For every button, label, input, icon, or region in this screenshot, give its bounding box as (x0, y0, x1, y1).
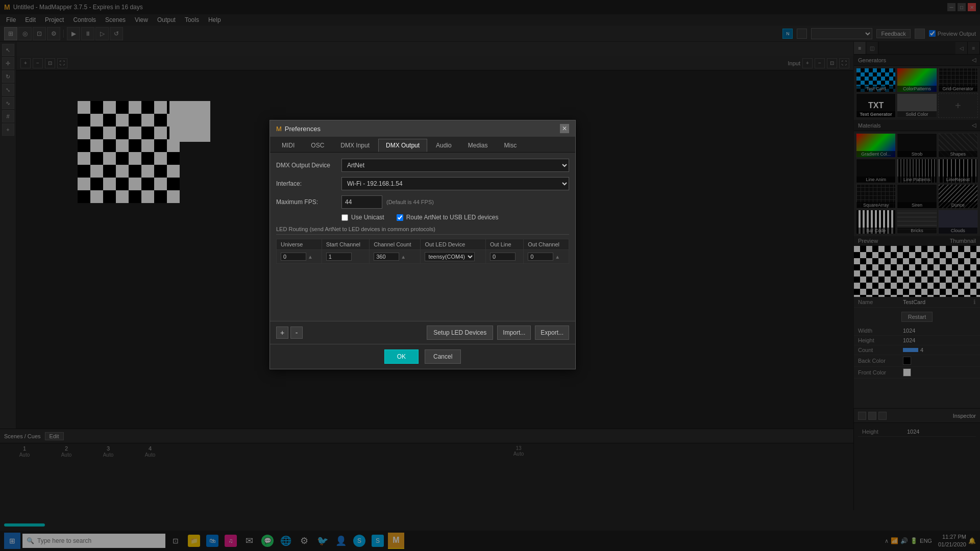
pref-app-icon: M (276, 125, 282, 133)
preferences-body: DMX Output Device ArtNet Interface: Wi-F… (270, 153, 575, 321)
col-out-led-device: Out LED Device (421, 239, 486, 250)
col-start-channel: Start Channel (322, 239, 369, 250)
channel-count-up-arrow[interactable]: ▲ (401, 254, 406, 260)
tab-midi[interactable]: MIDI (274, 139, 302, 152)
import-button[interactable]: Import... (497, 325, 531, 340)
tab-misc[interactable]: Misc (496, 139, 524, 152)
cell-channel-count-0: ▲ (370, 250, 421, 264)
pref-fps-input[interactable] (341, 195, 382, 209)
pref-device-select[interactable]: ArtNet (341, 159, 569, 172)
select-out-led-device-0[interactable]: teensy(COM4) (425, 252, 475, 261)
pref-interface-label: Interface: (276, 180, 337, 187)
input-start-channel-0[interactable] (326, 253, 352, 261)
pref-unicast-checkbox[interactable] (341, 214, 348, 221)
col-universe: Universe (277, 239, 322, 250)
col-out-channel: Out Channel (524, 239, 569, 250)
cell-out-channel-0: ▲ (524, 250, 569, 264)
pref-unicast-label[interactable]: Use Unicast (341, 214, 384, 221)
out-channel-up-arrow[interactable]: ▲ (555, 254, 560, 260)
cell-out-led-device-0: teensy(COM4) (421, 250, 486, 264)
input-channel-count-0[interactable] (374, 253, 399, 261)
preferences-close-button[interactable]: ✕ (560, 124, 569, 133)
tab-medias[interactable]: Medias (460, 139, 496, 152)
preferences-bottom-bar: + - Setup LED Devices Import... Export..… (270, 321, 575, 344)
pref-interface-select[interactable]: Wi-Fi - 192.168.1.54 (341, 177, 569, 190)
tab-audio[interactable]: Audio (428, 139, 459, 152)
pref-remove-row-button[interactable]: - (290, 327, 303, 339)
tab-osc[interactable]: OSC (303, 139, 332, 152)
input-out-channel-0[interactable] (528, 253, 553, 261)
pref-unicast-row: Use Unicast Route ArtNet to USB LED devi… (276, 214, 569, 221)
cell-start-channel-0 (322, 250, 369, 264)
led-routing-table: Universe Start Channel Channel Count Out… (276, 239, 569, 264)
pref-device-label: DMX Output Device (276, 162, 337, 169)
pref-ok-cancel-bar: OK Cancel (270, 344, 575, 369)
cell-out-line-0 (485, 250, 523, 264)
pref-route-artnet-label[interactable]: Route ArtNet to USB LED devices (397, 214, 499, 221)
preferences-title: Preferences (285, 125, 321, 133)
setup-led-button[interactable]: Setup LED Devices (427, 325, 493, 340)
input-out-line-0[interactable] (490, 253, 516, 261)
tab-dmx-input[interactable]: DMX Input (333, 139, 377, 152)
pref-fps-row: Maximum FPS: (Default is 44 FPS) (276, 195, 569, 209)
col-out-line: Out Line (485, 239, 523, 250)
preferences-dialog: M Preferences ✕ MIDI OSC DMX Input DMX O… (270, 120, 576, 369)
led-routing-title: LED Routing (send ArtNet to LED devices … (276, 226, 569, 235)
input-universe-0[interactable] (281, 253, 306, 261)
export-button[interactable]: Export... (535, 325, 569, 340)
pref-device-row: DMX Output Device ArtNet (276, 159, 569, 172)
pref-add-row-button[interactable]: + (276, 327, 288, 339)
pref-add-remove-btns: + - (276, 327, 303, 339)
pref-fps-note: (Default is 44 FPS) (386, 199, 434, 205)
cell-universe-0: ▲ (277, 250, 322, 264)
universe-up-arrow[interactable]: ▲ (308, 254, 313, 260)
led-table-empty-area (276, 264, 569, 315)
cancel-button[interactable]: Cancel (425, 349, 461, 364)
col-channel-count: Channel Count (370, 239, 421, 250)
pref-right-action-btns: Setup LED Devices Import... Export... (427, 325, 569, 340)
pref-interface-row: Interface: Wi-Fi - 192.168.1.54 (276, 177, 569, 190)
preferences-titlebar: M Preferences ✕ (270, 120, 575, 137)
ok-button[interactable]: OK (384, 349, 419, 364)
pref-route-artnet-checkbox[interactable] (397, 214, 403, 221)
tab-dmx-output[interactable]: DMX Output (378, 139, 427, 152)
led-table-row-0: ▲ ▲ teensy(COM4) (277, 250, 569, 264)
pref-fps-label: Maximum FPS: (276, 198, 337, 206)
preferences-tabs: MIDI OSC DMX Input DMX Output Audio Medi… (270, 137, 575, 153)
